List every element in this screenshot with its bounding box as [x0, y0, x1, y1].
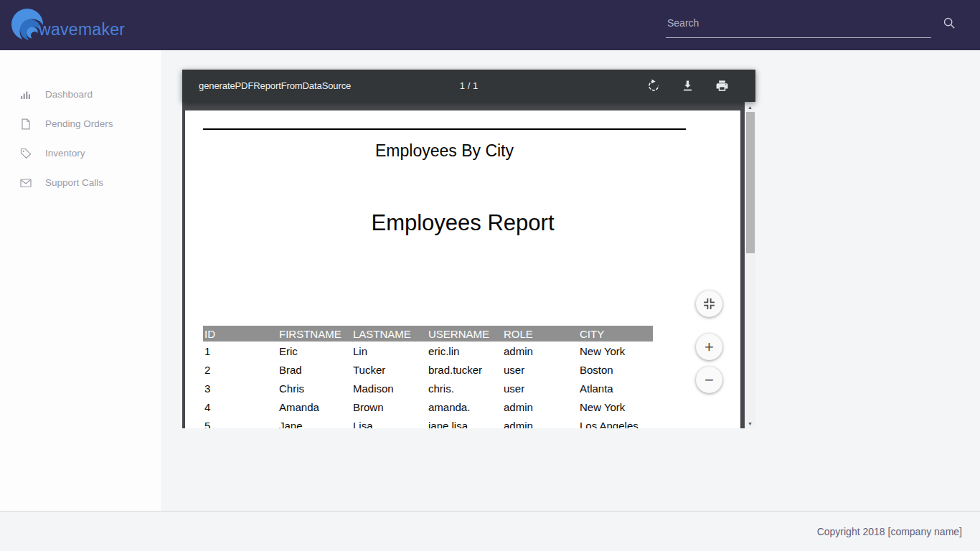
rotate-icon[interactable]	[646, 79, 660, 93]
table-cell: Tucker	[352, 360, 427, 379]
table-header-cell: USERNAME	[427, 326, 502, 342]
content-area: generatePDFReportFromDataSource 1 / 1	[162, 50, 980, 511]
pdf-page-area: Employees By City Employees Report IDFIR…	[182, 102, 745, 428]
table-cell: brad.tucker	[427, 360, 502, 379]
employees-table: IDFIRSTNAMELASTNAMEUSERNAMEROLECITY 1Eri…	[203, 326, 653, 428]
app-logo: wavemaker	[10, 6, 125, 44]
table-cell: user	[502, 360, 578, 379]
pdf-page: Employees By City Employees Report IDFIR…	[185, 110, 740, 428]
top-bar: wavemaker	[0, 0, 980, 50]
search-input[interactable]	[666, 13, 931, 38]
table-cell: 2	[203, 360, 278, 379]
table-row: 3ChrisMadisonchris.userAtlanta	[203, 379, 653, 397]
print-icon[interactable]	[715, 79, 729, 93]
download-icon[interactable]	[681, 79, 694, 93]
table-cell: New York	[578, 397, 653, 416]
table-cell: Lisa	[352, 416, 427, 428]
table-header-cell: ROLE	[502, 326, 578, 342]
table-body: 1EricLineric.linadminNew York2BradTucker…	[203, 342, 653, 428]
table-header-cell: ID	[203, 326, 278, 342]
bar-chart-icon	[20, 89, 32, 100]
envelope-icon	[20, 177, 32, 189]
pdf-document-title: generatePDFReportFromDataSource	[199, 80, 351, 91]
table-cell: Atlanta	[578, 379, 653, 397]
minus-icon: −	[705, 372, 714, 388]
fit-to-page-button[interactable]	[696, 291, 722, 317]
table-cell: Chris	[278, 379, 352, 397]
pdf-viewer: generatePDFReportFromDataSource 1 / 1	[182, 70, 755, 428]
table-cell: Madison	[352, 379, 427, 397]
table-cell: Jane	[278, 416, 352, 428]
document-divider-line	[203, 128, 686, 130]
scrollbar-up-arrow-icon[interactable]: ▲	[745, 102, 755, 112]
sidebar-item-pending-orders[interactable]: Pending Orders	[0, 109, 161, 138]
table-cell: New York	[578, 342, 653, 360]
table-cell: Brown	[352, 397, 427, 416]
table-cell: Eric	[278, 342, 352, 360]
document-title: Employees Report	[185, 210, 740, 236]
sidebar-item-label: Inventory	[45, 148, 85, 159]
document-icon	[20, 118, 32, 130]
table-cell: 5	[203, 416, 278, 428]
pdf-toolbar: generatePDFReportFromDataSource 1 / 1	[182, 70, 755, 102]
table-row: 5JaneLisajane.lisaadminLos Angeles	[203, 416, 653, 428]
table-cell: 1	[203, 342, 278, 360]
search-bar	[666, 13, 956, 38]
scrollbar-down-arrow-icon[interactable]: ▼	[745, 418, 755, 428]
sidebar-item-label: Pending Orders	[45, 118, 113, 129]
pdf-toolbar-actions	[646, 79, 729, 93]
table-cell: chris.	[427, 379, 502, 397]
page-indicator: 1 / 1	[460, 80, 478, 91]
sidebar-item-label: Dashboard	[45, 89, 93, 100]
scrollbar-thumb[interactable]	[746, 112, 755, 253]
table-header-row: IDFIRSTNAMELASTNAMEUSERNAMEROLECITY	[203, 326, 653, 342]
table-header-cell: CITY	[578, 326, 653, 342]
table-header-cell: LASTNAME	[352, 326, 427, 342]
pdf-scrollbar[interactable]: ▲ ▼	[745, 102, 755, 428]
footer: Copyright 2018 [company name]	[0, 511, 980, 551]
logo-text: wavemaker	[39, 20, 125, 39]
copyright-text: Copyright 2018 [company name]	[817, 526, 962, 537]
document-subtitle: Employees By City	[203, 141, 686, 161]
table-row: 4AmandaBrownamanda.adminNew York	[203, 397, 653, 416]
table-header: IDFIRSTNAMELASTNAMEUSERNAMEROLECITY	[203, 326, 653, 342]
table-cell: Brad	[278, 360, 352, 379]
zoom-in-button[interactable]: +	[696, 334, 722, 360]
tag-icon	[20, 148, 32, 159]
fit-to-page-icon	[703, 298, 715, 310]
table-cell: Boston	[578, 360, 653, 379]
table-cell: user	[502, 379, 578, 397]
table-cell: Los Angeles	[578, 416, 653, 428]
table-cell: 3	[203, 379, 278, 397]
table-cell: amanda.	[427, 397, 502, 416]
sidebar-item-support-calls[interactable]: Support Calls	[0, 168, 161, 197]
main-layout: Dashboard Pending Orders Inventory Suppo…	[0, 50, 980, 511]
table-cell: admin	[502, 397, 578, 416]
sidebar-item-dashboard[interactable]: Dashboard	[0, 80, 161, 109]
table-cell: admin	[502, 416, 578, 428]
zoom-out-button[interactable]: −	[696, 367, 722, 393]
plus-icon: +	[705, 339, 714, 355]
sidebar-item-label: Support Calls	[45, 177, 103, 188]
sidebar-item-inventory[interactable]: Inventory	[0, 138, 161, 168]
search-icon[interactable]	[943, 17, 956, 29]
table-row: 2BradTuckerbrad.tuckeruserBoston	[203, 360, 653, 379]
table-cell: admin	[502, 342, 578, 360]
sidebar: Dashboard Pending Orders Inventory Suppo…	[0, 50, 162, 511]
table-row: 1EricLineric.linadminNew York	[203, 342, 653, 360]
pdf-viewport: Employees By City Employees Report IDFIR…	[182, 102, 755, 428]
table-cell: 4	[203, 397, 278, 416]
table-cell: jane.lisa	[427, 416, 502, 428]
table-header-cell: FIRSTNAME	[278, 326, 352, 342]
table-cell: eric.lin	[427, 342, 502, 360]
table-cell: Amanda	[278, 397, 352, 416]
table-cell: Lin	[352, 342, 427, 360]
